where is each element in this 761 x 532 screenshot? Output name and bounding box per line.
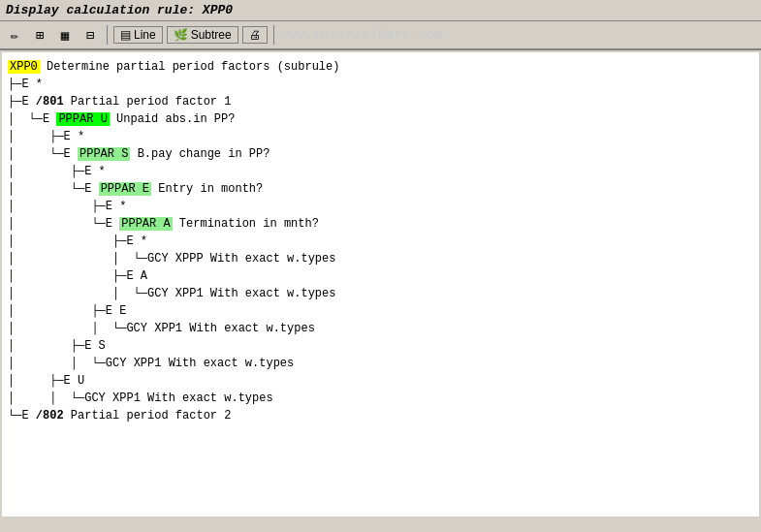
print-icon: 🖨 <box>249 28 261 42</box>
list-item: │ ├─ E E <box>8 302 753 320</box>
node-pppar-s: E PPPAR S B.pay change in PP? <box>64 145 270 163</box>
node-e-star-4: E * <box>106 198 127 215</box>
toolbar-separator-1 <box>107 25 108 45</box>
node-pppar-u: E PPPAR U Unpaid abs.in PP? <box>43 110 235 128</box>
main-content[interactable]: XPP0 Determine partial period factors (s… <box>2 52 759 516</box>
node-gcy-xpp1-e: GCY XPP1 With exact w.types <box>126 320 314 337</box>
node-gcy-xpp1-s: GCY XPP1 With exact w.types <box>106 355 294 372</box>
list-item: │ ├─ E A <box>8 267 753 285</box>
node-e-801: E /801 Partial period factor 1 <box>21 93 231 110</box>
edit-icon[interactable]: ✏ <box>4 24 25 46</box>
list-item: │ │ └─ GCY XPP1 With exact w.types <box>8 390 753 407</box>
list-item: │ └─ E PPPAR S B.pay change in PP? <box>8 145 753 163</box>
node-e-a: E A <box>126 267 147 285</box>
print-button[interactable]: 🖨 <box>242 26 268 44</box>
toolbar: ✏ ⊞ ▦ ⊟ ▤ Line 🌿 Subtree 🖨 www.tutorialk… <box>0 21 761 50</box>
list-item: │ ├─ E * <box>8 233 753 250</box>
node-e-u: E U <box>64 372 85 390</box>
list-item: ├─ E /801 Partial period factor 1 <box>8 93 753 110</box>
list-item: ├─ E * <box>8 76 753 93</box>
list-item: │ │ └─ GCY XPP1 With exact w.types <box>8 285 753 302</box>
list-item: │ │ └─ GCY XPP1 With exact w.types <box>8 355 753 372</box>
node-e-star-1: E * <box>21 76 43 93</box>
watermark-text: www.tutorialkart.com <box>280 27 443 43</box>
list-item: │ └─ E PPPAR U Unpaid abs.in PP? <box>8 110 753 128</box>
line-icon: ▤ <box>120 28 131 42</box>
title-text: Display calculation rule: XPP0 <box>6 3 233 17</box>
root-description: Determine partial period factors (subrul… <box>47 60 339 74</box>
list-item: │ ├─ E * <box>8 128 753 145</box>
node-e-e: E E <box>106 302 127 320</box>
list-item: │ ├─ E S <box>8 337 753 355</box>
copy-icon[interactable]: ⊞ <box>29 24 50 46</box>
list-item: │ │ └─ GCY XPPP With exact w.types <box>8 250 753 267</box>
node-pppar-e: E PPPAR E Entry in month? <box>84 180 263 198</box>
list-item: │ ├─ E * <box>8 163 753 180</box>
list-item: │ └─ E PPPAR E Entry in month? <box>8 180 753 198</box>
table-icon[interactable]: ▦ <box>54 24 76 46</box>
list-item: │ │ └─ GCY XPP1 With exact w.types <box>8 320 753 337</box>
list-item: └─ E /802 Partial period factor 2 <box>8 407 753 424</box>
node-e-star-5: E * <box>126 233 147 250</box>
node-e-802: E /802 Partial period factor 2 <box>21 407 231 424</box>
tree-container: XPP0 Determine partial period factors (s… <box>6 56 755 426</box>
subtree-icon: 🌿 <box>174 28 188 42</box>
tree-root: XPP0 Determine partial period factors (s… <box>8 58 753 76</box>
title-bar: Display calculation rule: XPP0 <box>0 0 761 21</box>
node-pppar-a: E PPPAR A Termination in mnth? <box>106 215 319 233</box>
node-e-s: E S <box>84 337 106 355</box>
list-item: │ └─ E PPPAR A Termination in mnth? <box>8 215 753 233</box>
node-e-star-2: E * <box>64 128 85 145</box>
node-e-star-3: E * <box>84 163 106 180</box>
line-button[interactable]: ▤ Line <box>113 26 163 44</box>
list-item: │ ├─ E * <box>8 198 753 215</box>
list-item: │ ├─ E U <box>8 372 753 390</box>
filter-icon[interactable]: ⊟ <box>79 24 101 46</box>
root-code: XPP0 <box>8 60 40 74</box>
subtree-button[interactable]: 🌿 Subtree <box>167 26 238 44</box>
toolbar-separator-2 <box>273 25 274 45</box>
node-gcy-xpp1-u: GCY XPP1 With exact w.types <box>84 390 272 407</box>
node-gcy-xppp: GCY XPPP With exact w.types <box>147 250 335 267</box>
node-gcy-xpp1-a: GCY XPP1 With exact w.types <box>147 285 335 302</box>
